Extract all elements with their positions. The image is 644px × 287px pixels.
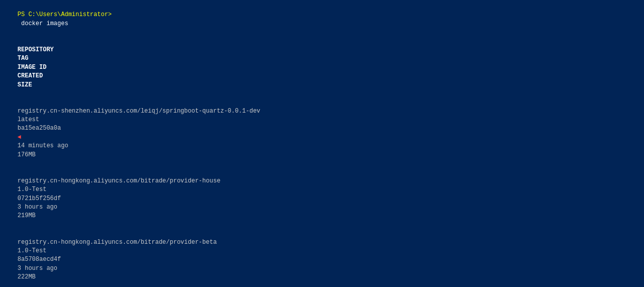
- created-col: 3 hours ago: [18, 204, 94, 211]
- tag-col: 1.0-Test: [18, 186, 79, 193]
- table-row: registry.cn-shenzhen.aliyuncs.com/leiqj/…: [3, 98, 641, 168]
- id-col: 0721b5f256df: [18, 195, 79, 202]
- created-col: 3 hours ago: [18, 265, 94, 272]
- header-size: SIZE: [18, 81, 32, 88]
- created-col: 14 minutes ago: [18, 142, 94, 149]
- id-col: 8a5708aecd4f: [18, 256, 79, 263]
- arrow-icon: ◄: [18, 134, 25, 141]
- repo-col: registry.cn-shenzhen.aliyuncs.com/leiqj/…: [18, 108, 271, 115]
- header-id: IMAGE ID: [18, 64, 79, 71]
- size-col: 176MB: [18, 151, 36, 158]
- size-col: 219MB: [18, 212, 36, 219]
- terminal: PS C:\Users\Administrator> docker images…: [0, 0, 644, 287]
- table-row: registry.cn-hongkong.aliyuncs.com/bitrad…: [3, 168, 641, 229]
- repo-col: registry.cn-hongkong.aliyuncs.com/bitrad…: [18, 239, 271, 246]
- prompt-1: PS C:\Users\Administrator>: [18, 11, 112, 18]
- id-col: ba15ea250a0a: [18, 125, 79, 132]
- size-col: 222MB: [18, 273, 36, 280]
- header-created: CREATED: [18, 72, 94, 79]
- header-tag: TAG: [18, 55, 79, 62]
- tag-col: latest: [18, 116, 79, 123]
- command-line-1: PS C:\Users\Administrator> docker images: [3, 2, 641, 37]
- tag-col: 1.0-Test: [18, 247, 79, 254]
- table-row: registry.cn-hongkong.aliyuncs.com/bitrad…: [3, 229, 641, 287]
- header-repo: REPOSITORY: [18, 46, 275, 53]
- repo-col: registry.cn-hongkong.aliyuncs.com/bitrad…: [18, 177, 271, 184]
- table-header: REPOSITORY TAG IMAGE ID CREATED SIZE: [3, 37, 641, 99]
- cmd-1: docker images: [18, 20, 68, 27]
